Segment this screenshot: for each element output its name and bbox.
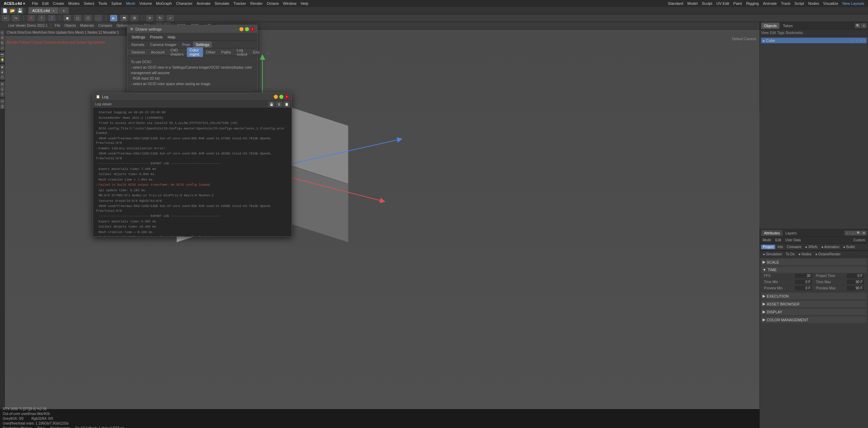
- attr-mode-todo[interactable]: To Do: [784, 252, 797, 256]
- attr-back-btn[interactable]: ←: [845, 231, 850, 235]
- octane-tab2-account[interactable]: Account: [148, 49, 167, 55]
- attr-mode-project[interactable]: Project: [761, 245, 775, 249]
- attr-mode-octane[interactable]: ● OctaneRender: [813, 252, 842, 256]
- menu-item-mesh[interactable]: Mesh: [124, 1, 137, 6]
- menu-item-tracker[interactable]: Tracker: [232, 1, 248, 6]
- cube-x[interactable]: ×: [864, 39, 865, 42]
- log-copy-btn[interactable]: 📋: [283, 102, 290, 107]
- attr-settings-btn[interactable]: ⚙: [861, 231, 867, 235]
- attr-tab-layers[interactable]: Layers: [782, 230, 799, 236]
- workspace-script[interactable]: Script: [793, 1, 806, 6]
- menu-item-window[interactable]: Window: [281, 1, 298, 6]
- viewer-materials[interactable]: Materials: [79, 24, 95, 27]
- menu-item-select[interactable]: Select: [82, 1, 96, 6]
- cylinder-btn[interactable]: ⬭: [0, 75, 4, 80]
- tab-aces[interactable]: ACES.c4d ×: [29, 7, 58, 14]
- octane-subtab-settings[interactable]: Settings: [193, 42, 212, 48]
- octane-tab2-paths[interactable]: Paths: [218, 49, 234, 55]
- log-save-btn[interactable]: 💾: [268, 102, 274, 107]
- menu-item-edit[interactable]: Edit: [41, 1, 50, 6]
- objects-filter-btn[interactable]: ≡: [861, 23, 867, 28]
- octane-tab2-color[interactable]: Color mgmt.: [187, 47, 203, 57]
- attr-section-color-mgmt-header[interactable]: ▶ COLOR MANAGEMENT: [761, 316, 867, 323]
- attr-section-time-header[interactable]: ▼ TIME: [761, 267, 867, 273]
- attr-section-asset-header[interactable]: ▶ ASSET BROWSER: [761, 301, 867, 307]
- render-region-btn[interactable]: ⬒: [121, 15, 127, 21]
- viewer-file[interactable]: File: [53, 24, 61, 27]
- octane-subtab-post[interactable]: Post: [180, 42, 193, 48]
- scale-btn[interactable]: ⤢: [167, 15, 174, 21]
- viewer-objects[interactable]: Objects: [63, 24, 77, 27]
- redo-btn[interactable]: ↪: [12, 15, 19, 21]
- octane-close-btn[interactable]: ×: [250, 27, 255, 31]
- rotate-tool-btn[interactable]: ↻: [0, 41, 4, 45]
- octane-subtab-camera[interactable]: Camera Imager: [147, 42, 179, 48]
- attr-forward-btn[interactable]: →: [850, 231, 856, 235]
- octane-tab2-c4d[interactable]: C4D shaders: [168, 47, 187, 57]
- mograph-btn[interactable]: ⣿: [0, 104, 4, 109]
- octane-minimize-btn[interactable]: -: [239, 27, 244, 31]
- scale-tool-btn[interactable]: ⤢: [0, 46, 4, 50]
- select-tool-btn[interactable]: ↖: [0, 30, 4, 35]
- camera-btn[interactable]: 📷: [0, 53, 4, 57]
- move-tool-btn[interactable]: ✛: [0, 35, 4, 40]
- render-btn[interactable]: ▶: [110, 15, 117, 21]
- workspace-track[interactable]: Track: [779, 1, 792, 6]
- workspace-model[interactable]: Model: [686, 1, 699, 6]
- attr-mode-simulation[interactable]: ● Simulation: [761, 252, 784, 256]
- octane-menu-settings[interactable]: Settings: [129, 34, 147, 40]
- cube-dot[interactable]: ●: [860, 39, 862, 42]
- open-file-btn[interactable]: 📂: [9, 8, 16, 14]
- menu-item-octane[interactable]: Octane: [265, 1, 281, 6]
- menu-item-simulate[interactable]: Simulate: [213, 1, 231, 6]
- preview-max-value[interactable]: 90 F: [847, 286, 864, 290]
- workspace-nodes[interactable]: Nodes: [807, 1, 821, 6]
- edge-mode-btn[interactable]: ⬡: [84, 15, 91, 21]
- time-max-value[interactable]: 90 F: [847, 280, 864, 284]
- sphere-btn[interactable]: ●: [0, 70, 4, 74]
- octane-menu-presets[interactable]: Presets: [148, 34, 165, 40]
- menu-item-modes[interactable]: Modes: [67, 1, 81, 6]
- y-axis-btn[interactable]: Y: [38, 15, 45, 21]
- z-axis-btn[interactable]: Z: [48, 15, 55, 21]
- menu-item-volume[interactable]: Volume: [138, 1, 154, 6]
- attr-mode-nodes[interactable]: ● Nodes: [797, 252, 813, 256]
- deformer-btn[interactable]: 〜: [0, 99, 4, 104]
- attr-mode-animation[interactable]: ● Animation: [820, 245, 841, 249]
- x-axis-btn[interactable]: X: [28, 15, 35, 21]
- attr-search-btn[interactable]: 🔍: [856, 231, 861, 235]
- extrude-btn[interactable]: ⤒: [0, 92, 4, 97]
- octane-menu-help[interactable]: Help: [166, 34, 178, 40]
- octane-tab2-other[interactable]: Other: [203, 49, 218, 55]
- menu-item-render[interactable]: Render: [248, 1, 264, 6]
- cube-check2[interactable]: ✓: [856, 39, 859, 42]
- menu-item-spline[interactable]: Spline: [110, 1, 124, 6]
- rotate-btn[interactable]: ↻: [157, 15, 164, 21]
- menu-item-create[interactable]: Create: [51, 1, 66, 6]
- octane-tab2-log[interactable]: Log output: [234, 47, 250, 57]
- preview-min-value[interactable]: 0 F: [795, 286, 812, 290]
- move-btn[interactable]: ✛: [146, 15, 153, 21]
- tab-takes[interactable]: Takes: [780, 23, 796, 29]
- octane-subtab-kernels[interactable]: Kernels: [129, 42, 147, 48]
- menu-item-tools[interactable]: Tools: [97, 1, 109, 6]
- workspace-uv-edit[interactable]: UV Edit: [715, 1, 731, 6]
- tab-objects[interactable]: Objects: [761, 23, 779, 29]
- objects-search-btn[interactable]: 🔍: [855, 23, 860, 28]
- octane-tab2-devices[interactable]: Devices: [129, 49, 148, 55]
- tab-new[interactable]: +: [59, 7, 69, 14]
- tab-aces-close[interactable]: ×: [53, 9, 55, 13]
- octane-tab2-env[interactable]: Env.: [250, 49, 263, 55]
- log-restore-btn[interactable]: □: [279, 95, 283, 99]
- null-btn[interactable]: ✕: [0, 82, 4, 86]
- menu-item-file[interactable]: File: [30, 1, 40, 6]
- new-layouts-btn[interactable]: New Layouts: [841, 1, 866, 6]
- object-mode-btn[interactable]: ◼: [64, 15, 71, 21]
- point-mode-btn[interactable]: ·: [95, 15, 102, 21]
- workspace-animate[interactable]: Animate: [761, 1, 778, 6]
- fps-value[interactable]: 30: [795, 274, 812, 278]
- log-close-btn[interactable]: ×: [285, 95, 289, 99]
- spline-btn[interactable]: ∿: [0, 87, 4, 92]
- cube-check1[interactable]: ✓: [852, 39, 855, 42]
- light-btn[interactable]: 💡: [0, 58, 4, 62]
